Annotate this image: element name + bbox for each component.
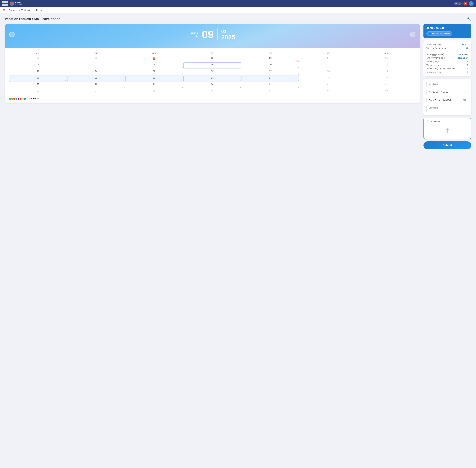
cal-day[interactable]: 31 — [67, 56, 125, 62]
cal-day[interactable]: 06 — [183, 89, 241, 95]
cal-day-selected[interactable]: 23D — [183, 75, 241, 82]
notification-badge[interactable]: 19 — [463, 2, 467, 5]
leave-type-select[interactable]: Sick leave ∨ — [426, 81, 468, 87]
cal-day[interactable]: 02 — [183, 56, 241, 62]
end-val: 2025-01-24 — [458, 57, 468, 59]
cal-day[interactable]: 30 — [9, 56, 67, 62]
working-days-label: Working days: — [426, 60, 466, 63]
end-row: End (yyyy-mm-dd) : 2025-01-24 — [426, 56, 468, 60]
cal-day-today[interactable]: 09 — [183, 62, 241, 69]
keyboard-icon: ⌨ — [462, 99, 466, 102]
cal-day[interactable]: 18 — [300, 69, 357, 75]
cal-grid: MON TUE WED THU FRI SAT SUN 30 31 01 02 … — [9, 51, 415, 95]
cal-day[interactable]: 05 — [125, 89, 183, 95]
attach-icon: 📄 — [427, 120, 429, 123]
home-icon[interactable]: 🏠 — [3, 9, 5, 11]
weekend-days-label: Weekend days: — [426, 64, 466, 66]
upload-icon: ⬆ — [445, 127, 450, 134]
attachments-card[interactable]: 📄 Attachments ⬆ — [423, 118, 471, 139]
cal-day[interactable]: 14D — [67, 69, 125, 75]
cal-day-selected[interactable]: 24D — [242, 75, 299, 82]
cal-day[interactable]: 12 — [358, 62, 415, 69]
weekend-days-val: 0 — [467, 64, 468, 66]
cal-day-holiday[interactable]: 01 — [125, 56, 183, 62]
submit-button[interactable]: Submit — [423, 141, 471, 149]
cal-day[interactable]: 16 — [183, 69, 241, 75]
cal-day[interactable]: 29D — [125, 82, 183, 88]
cal-day[interactable]: 07 — [67, 62, 125, 69]
cal-day[interactable]: 01 — [300, 82, 357, 88]
cal-prev-btn[interactable]: ‹ — [9, 32, 15, 37]
cal-day-selected[interactable]: 20D — [9, 75, 67, 82]
person-input[interactable]: Cargo Reeves [240004] ⌨ — [426, 97, 468, 103]
color-sq-yellow — [22, 98, 24, 100]
cal-day[interactable]: 09 — [358, 89, 415, 95]
color-codes-label: Color codes — [27, 97, 40, 100]
cal-next-btn[interactable]: › — [410, 32, 415, 37]
cal-month: 01 — [221, 29, 227, 34]
cal-day[interactable]: 26 — [358, 75, 415, 82]
working-weekend-label: Working days during weekends: — [426, 68, 466, 70]
form-card: Sick leave ∨ Sick Leave / Болничен ∨ Car… — [423, 79, 471, 115]
logo-icon — [10, 1, 14, 6]
cal-day-vac[interactable]: 03 — [242, 56, 299, 62]
app-logo: Comp1 15:04:08 — [10, 1, 22, 6]
color-sq-red2 — [20, 98, 21, 100]
cal-grid-wrapper: MON TUE WED THU FRI SAT SUN 30 31 01 02 … — [5, 48, 420, 95]
cal-day[interactable]: 30D — [183, 82, 241, 88]
cal-day[interactable]: 31D — [242, 82, 299, 88]
wrench-icon[interactable]: 🔧 — [467, 17, 471, 21]
remaining-days-val: 41 (41) — [462, 44, 468, 46]
topbar-left: Comp1 15:04:08 — [2, 1, 22, 6]
start-row: Start (yyyy-mm-dd): 2025-01-20 — [426, 53, 468, 56]
cal-year: 2025 — [221, 34, 235, 41]
cal-day[interactable]: 06 — [9, 62, 67, 69]
cal-day[interactable]: 28D — [67, 82, 125, 88]
grid-menu-icon[interactable] — [2, 1, 8, 6]
leave-subtype-select[interactable]: Sick Leave / Болничен ∨ — [426, 89, 468, 95]
request-behalf-button[interactable]: 👤 Request on behalf of — [426, 31, 452, 36]
breadcrumb-employee[interactable]: Employee — [9, 9, 18, 11]
cal-day[interactable]: 05 — [358, 56, 415, 62]
cal-day[interactable]: 04 — [67, 89, 125, 95]
calendar-card: ‹ Today isThu, 09 01 2025 › MON TUE — [5, 24, 420, 103]
light-icon: ☀️ — [455, 2, 457, 5]
leave-subtype-label: Sick Leave / Болничен — [429, 91, 450, 93]
cal-day[interactable]: 10D — [242, 62, 299, 69]
comment-input[interactable] — [426, 105, 468, 113]
cal-day-selected[interactable]: 21D — [67, 75, 125, 82]
dow-thu: THU — [183, 51, 241, 56]
cal-day[interactable]: 04 — [300, 56, 357, 62]
cal-day-selected[interactable]: 22D — [125, 75, 183, 82]
upload-area[interactable]: ⬆ — [427, 125, 468, 136]
breadcrumb-vacations[interactable]: Vacations — [24, 9, 33, 11]
cal-day[interactable]: 11 — [300, 62, 357, 69]
dow-sat: SAT — [300, 51, 357, 56]
cal-day[interactable]: 03 — [9, 89, 67, 95]
breadcrumb-request[interactable]: Request — [36, 9, 44, 11]
cal-day[interactable]: 17D — [242, 69, 299, 75]
user-avatar[interactable]: D — [469, 1, 474, 6]
national-holidays-label: National holidays: — [426, 71, 466, 73]
working-days-row: Working days: 5 — [426, 60, 468, 63]
cal-day[interactable]: 02 — [358, 82, 415, 88]
cal-day[interactable]: 25 — [300, 75, 357, 82]
cal-day[interactable]: 08 — [300, 89, 357, 95]
cal-day[interactable]: 27D — [9, 82, 67, 88]
cal-day[interactable]: 08D — [125, 62, 183, 69]
color-sq-green — [9, 98, 11, 100]
color-codes[interactable]: Color codes — [5, 95, 420, 100]
theme-toggle[interactable]: ☀️ 🌙 — [454, 2, 462, 5]
cal-day[interactable]: 13D — [9, 69, 67, 75]
dow-sun: SUN — [358, 51, 415, 56]
color-sq-blue — [15, 98, 17, 100]
app-name: Comp1 — [15, 1, 22, 4]
sep-3: › — [34, 9, 35, 11]
cal-day[interactable]: 07 — [242, 89, 299, 95]
page-header: Vacation request / Sick leave notice 🔧 — [5, 17, 471, 21]
cal-day[interactable]: 15D — [125, 69, 183, 75]
weekend-days-row: Weekend days: 0 — [426, 63, 468, 67]
content-columns: ‹ Today isThu, 09 01 2025 › MON TUE — [5, 24, 471, 149]
cal-day[interactable]: 19 — [358, 69, 415, 75]
remaining-days-row: Remaining days: 41 (41) — [426, 43, 468, 46]
